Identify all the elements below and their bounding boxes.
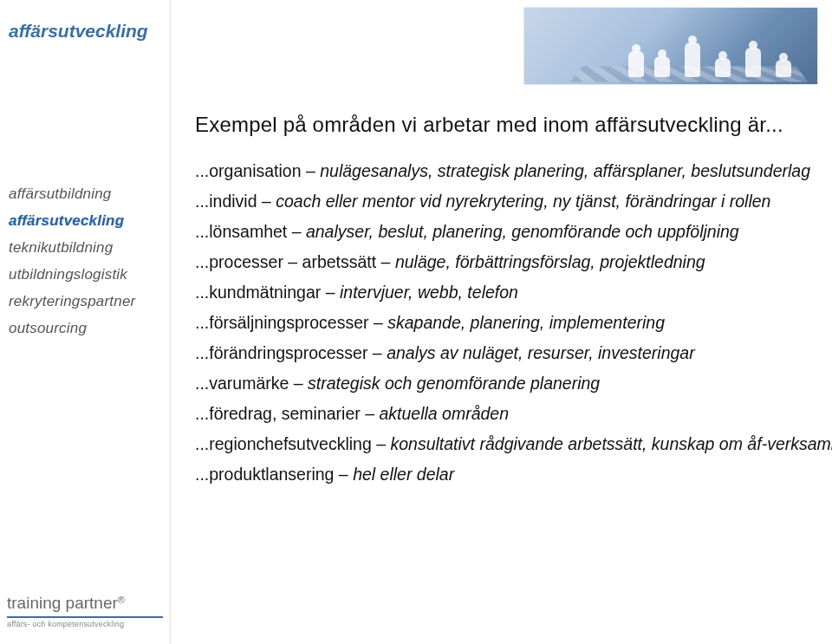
item-label: organisation bbox=[209, 161, 301, 180]
brand-name: training partner® bbox=[7, 594, 163, 613]
item-label: produktlansering bbox=[209, 465, 334, 484]
item-desc: intervjuer, webb, telefon bbox=[340, 283, 518, 302]
chess-piece-icon bbox=[715, 58, 731, 77]
list-item: ...regionchefsutveckling – konsultativt … bbox=[195, 434, 810, 454]
separator: – bbox=[361, 404, 380, 423]
page-title: Exempel på områden vi arbetar med inom a… bbox=[195, 113, 810, 137]
slide-root: affärsutveckling affärsutbildning affärs… bbox=[0, 0, 832, 644]
separator: – bbox=[372, 434, 391, 453]
brand-name-text: training partner bbox=[7, 594, 118, 612]
separator: – bbox=[369, 313, 388, 332]
item-label: varumärke bbox=[209, 374, 289, 393]
item-label: försäljningsprocesser bbox=[209, 313, 368, 332]
brand-logo: training partner® affärs- och kompetensu… bbox=[7, 594, 163, 628]
separator: – bbox=[257, 192, 276, 211]
separator: – bbox=[289, 374, 308, 393]
item-desc: nulägesanalys, strategisk planering, aff… bbox=[320, 161, 810, 180]
sidebar-item-rekryteringspartner: rekryteringspartner bbox=[9, 293, 135, 310]
prefix: ... bbox=[195, 161, 209, 180]
item-label: lönsamhet bbox=[209, 222, 287, 241]
left-column: affärsutveckling affärsutbildning affärs… bbox=[0, 0, 169, 644]
prefix: ... bbox=[195, 343, 209, 362]
registered-trademark-icon: ® bbox=[118, 595, 125, 605]
separator: – bbox=[376, 252, 395, 271]
item-label: kundmätningar bbox=[209, 283, 321, 302]
main-content: Exempel på områden vi arbetar med inom a… bbox=[195, 113, 810, 485]
prefix: ... bbox=[195, 465, 209, 484]
prefix: ... bbox=[195, 192, 209, 211]
list-item: ...försäljningsprocesser – skapande, pla… bbox=[195, 313, 810, 333]
list-item: ...kundmätningar – intervjuer, webb, tel… bbox=[195, 283, 810, 302]
item-desc: hel eller delar bbox=[353, 465, 454, 484]
item-desc: analys av nuläget, resurser, investering… bbox=[387, 343, 695, 362]
separator: – bbox=[367, 343, 387, 362]
item-desc: skapande, planering, implementering bbox=[387, 313, 665, 332]
prefix: ... bbox=[195, 283, 209, 302]
brand-tagline: affärs- och kompetensutveckling bbox=[7, 620, 163, 628]
list-item: ...varumärke – strategisk och genomföran… bbox=[195, 374, 810, 394]
item-desc: analyser, beslut, planering, genomförand… bbox=[306, 222, 739, 241]
separator: – bbox=[302, 161, 321, 180]
prefix: ... bbox=[195, 252, 209, 271]
list-item: ...produktlansering – hel eller delar bbox=[195, 465, 810, 485]
bullet-list: ...organisation – nulägesanalys, strateg… bbox=[195, 161, 810, 485]
prefix: ... bbox=[195, 222, 209, 241]
list-item: ...individ – coach eller mentor vid nyre… bbox=[195, 192, 810, 211]
item-desc: strategisk och genomförande planering bbox=[308, 374, 600, 393]
vertical-divider bbox=[169, 0, 172, 644]
prefix: ... bbox=[195, 434, 209, 453]
sidebar-item-affarsutveckling: affärsutveckling bbox=[9, 212, 135, 230]
hero-image bbox=[523, 7, 818, 85]
separator: – bbox=[334, 465, 353, 484]
list-item: ...lönsamhet – analyser, beslut, planeri… bbox=[195, 222, 810, 242]
list-item: ...processer – arbetssätt – nuläge, förb… bbox=[195, 252, 810, 272]
chess-piece-icon bbox=[628, 51, 644, 77]
sidebar-item-affarsutbildning: affärsutbildning bbox=[9, 185, 135, 203]
prefix: ... bbox=[195, 404, 209, 423]
item-desc: nuläge, förbättringsförslag, projektledn… bbox=[395, 252, 705, 271]
chess-piece-icon bbox=[654, 56, 670, 77]
item-desc: konsultativt rådgivande arbetssätt, kuns… bbox=[390, 434, 832, 453]
list-item: ...organisation – nulägesanalys, strateg… bbox=[195, 161, 810, 181]
category-header: affärsutveckling bbox=[9, 21, 148, 42]
sidebar-item-utbildningslogistik: utbildningslogistik bbox=[9, 266, 135, 283]
chess-piece-icon bbox=[776, 60, 791, 77]
separator: – bbox=[287, 222, 306, 241]
item-label: individ bbox=[209, 192, 257, 211]
item-desc: coach eller mentor vid nyrekrytering, ny… bbox=[276, 192, 770, 211]
item-label: föredrag, seminarier bbox=[209, 404, 361, 423]
item-label: processer – arbetssätt bbox=[209, 252, 376, 271]
prefix: ... bbox=[195, 374, 209, 393]
item-label: regionchefsutveckling bbox=[209, 434, 372, 453]
chess-piece-icon bbox=[745, 48, 761, 77]
separator: – bbox=[321, 283, 340, 302]
sidebar-item-teknikutbildning: teknikutbildning bbox=[9, 239, 135, 257]
item-desc: aktuella områden bbox=[379, 404, 509, 423]
list-item: ...förändringsprocesser – analys av nulä… bbox=[195, 343, 810, 363]
list-item: ...föredrag, seminarier – aktuella områd… bbox=[195, 404, 810, 424]
brand-rule bbox=[7, 616, 163, 618]
prefix: ... bbox=[195, 313, 209, 332]
chess-piece-icon bbox=[685, 42, 700, 77]
sidebar-item-outsourcing: outsourcing bbox=[9, 320, 135, 337]
sidebar-list: affärsutbildning affärsutveckling teknik… bbox=[9, 185, 135, 337]
item-label: förändringsprocesser bbox=[209, 343, 367, 362]
